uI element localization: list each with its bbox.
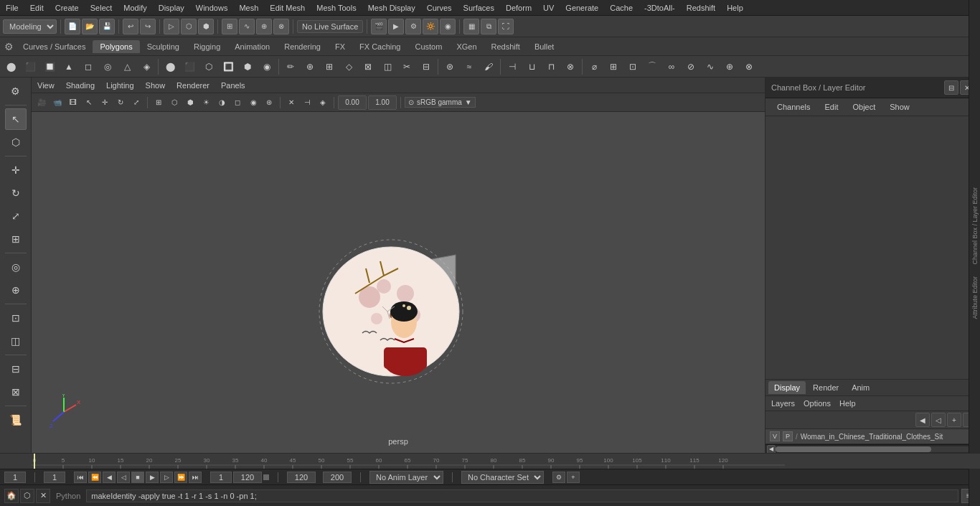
mode-gear-icon[interactable]: ⚙ — [1, 39, 16, 54]
menu-mesh-tools[interactable]: Mesh Tools — [311, 2, 362, 14]
sculpt-btn[interactable]: 🖌 — [479, 57, 498, 76]
layer-row[interactable]: V P / Woman_in_Chinese_Traditional_Cloth… — [765, 429, 980, 444]
cb-settings-btn[interactable]: ⊟ — [944, 80, 958, 95]
paint-select-btn[interactable]: ⬢ — [198, 19, 214, 34]
connect-btn[interactable]: ⊟ — [417, 57, 435, 76]
tab-fx[interactable]: FX — [328, 40, 352, 53]
le-expand-btn[interactable]: ◀ — [915, 413, 930, 427]
range-end-input[interactable] — [233, 472, 262, 483]
menu-3dtotoall[interactable]: -3DtoAll- — [639, 2, 681, 14]
vp-menu-lighting[interactable]: Lighting — [103, 80, 137, 91]
bool-inter-btn[interactable]: ⊗ — [561, 57, 580, 76]
node-editor-icon[interactable]: ⬡ — [20, 489, 34, 503]
snap-point-btn[interactable]: ⊕ — [256, 19, 272, 34]
vp-sel-btn[interactable]: ↖ — [82, 95, 96, 110]
render-btn[interactable]: 🎬 — [371, 19, 387, 34]
universal-tool-btn[interactable]: ⊞ — [5, 228, 27, 250]
menu-windows[interactable]: Windows — [190, 2, 234, 14]
vp-cam2-btn[interactable]: 📹 — [50, 95, 65, 110]
menu-file[interactable]: File — [0, 2, 24, 14]
prev-frame-btn[interactable]: ⏪ — [88, 472, 101, 483]
menu-modify[interactable]: Modify — [118, 2, 152, 14]
prism-icon-btn[interactable]: △ — [118, 57, 136, 76]
lasso-btn[interactable]: ⬡ — [181, 19, 197, 34]
lattice-btn[interactable]: ⊞ — [604, 57, 623, 76]
menu-redshift[interactable]: Redshift — [681, 2, 721, 14]
skin2-btn[interactable]: ⊗ — [740, 57, 758, 76]
vp-sym-btn[interactable]: ⊣ — [300, 95, 314, 110]
save-scene-btn[interactable]: 💾 — [99, 19, 115, 34]
vp-move-btn[interactable]: ✛ — [98, 95, 112, 110]
vp-xray-btn[interactable]: ✕ — [284, 95, 298, 110]
select-mode-btn[interactable]: ▷ — [164, 19, 179, 34]
fullscreen-btn[interactable]: ⛶ — [498, 19, 514, 34]
menu-display[interactable]: Display — [153, 2, 190, 14]
vp-aa-btn[interactable]: ⊛ — [262, 95, 276, 110]
wedge-btn[interactable]: ◫ — [378, 57, 397, 76]
snap-to-grid-btn[interactable]: ⊟ — [5, 358, 27, 380]
move-tool-btn[interactable]: ✛ — [5, 159, 27, 181]
le-menu-options[interactable]: Options — [801, 398, 834, 409]
vp-grid-btn[interactable]: ⊞ — [151, 95, 166, 110]
wrap-btn[interactable]: ⊡ — [623, 57, 642, 76]
subdiv-cyl-btn[interactable]: 🔳 — [219, 57, 237, 76]
viewport-canvas[interactable]: X Y Z persp — [32, 112, 765, 453]
subdiv-plane-btn[interactable]: ⬡ — [199, 57, 218, 76]
cb-tab-object[interactable]: Object — [847, 101, 881, 113]
le-tab-render[interactable]: Render — [807, 381, 844, 394]
translate-x-input[interactable] — [338, 95, 367, 110]
render-seq-btn[interactable]: 🔆 — [423, 19, 438, 34]
range-handle[interactable] — [263, 474, 269, 480]
workspace-btn[interactable]: ▦ — [463, 19, 479, 34]
menu-generate[interactable]: Generate — [560, 2, 604, 14]
stop-btn[interactable]: ■ — [131, 472, 144, 483]
multi-cut-btn[interactable]: ✂ — [397, 57, 416, 76]
mirror-btn[interactable]: ⊣ — [503, 57, 522, 76]
translate-y-input[interactable] — [368, 95, 397, 110]
vp-smooth-btn[interactable]: ⬢ — [183, 95, 197, 110]
select-tool-btn[interactable]: ↖ — [5, 108, 27, 130]
menu-surfaces[interactable]: Surfaces — [458, 2, 500, 14]
show-manip-btn[interactable]: ⊕ — [5, 279, 27, 301]
le-menu-layers[interactable]: Layers — [768, 398, 798, 409]
vp-tex-btn[interactable]: ◻ — [230, 95, 245, 110]
menu-select[interactable]: Select — [85, 2, 118, 14]
scroll-thumb[interactable] — [776, 446, 931, 452]
tab-bullet[interactable]: Bullet — [527, 40, 562, 53]
redo-btn[interactable]: ↪ — [140, 19, 156, 34]
scroll-left-btn[interactable]: ◀ — [767, 445, 776, 454]
soft-deform-btn[interactable]: ⌀ — [585, 57, 603, 76]
jump-end-btn[interactable]: ⏭ — [189, 472, 202, 483]
le-tab-display[interactable]: Display — [768, 381, 806, 394]
sphere-icon-btn[interactable]: ⬤ — [1, 57, 20, 76]
snap-curve-btn[interactable]: ∿ — [239, 19, 255, 34]
cb-tab-show[interactable]: Show — [884, 101, 915, 113]
play-fwd-btn[interactable]: ▶ — [146, 472, 159, 483]
lasso-tool-btn[interactable]: ⬡ — [5, 131, 27, 153]
tab-animation[interactable]: Animation — [227, 40, 277, 53]
skin-btn[interactable]: ⊕ — [720, 57, 739, 76]
vp-iso-btn[interactable]: ◈ — [316, 95, 330, 110]
scene-icon[interactable]: 🏠 — [4, 489, 19, 503]
tab-polygons[interactable]: Polygons — [93, 40, 139, 53]
open-scene-btn[interactable]: 📂 — [82, 19, 98, 34]
poly-tool-btn[interactable]: ✏ — [281, 57, 300, 76]
marking-btn[interactable]: ◫ — [5, 330, 27, 352]
scale-tool-btn[interactable]: ⤢ — [5, 205, 27, 227]
bool-union-btn[interactable]: ⊔ — [522, 57, 541, 76]
tab-xgen[interactable]: XGen — [449, 40, 484, 53]
anim-layer-selector[interactable]: No Anim Layer — [369, 471, 443, 484]
live-surface-label[interactable]: No Live Surface — [297, 20, 363, 33]
scroll-track[interactable] — [776, 446, 970, 452]
script-editor-btn[interactable]: 📜 — [5, 409, 27, 431]
vp-menu-renderer[interactable]: Renderer — [174, 80, 212, 91]
prefs-btn[interactable]: ⚙ — [5, 80, 27, 102]
torus-icon-btn[interactable]: ◎ — [98, 57, 117, 76]
vp-rot-btn[interactable]: ↻ — [113, 95, 128, 110]
vp-menu-view[interactable]: View — [34, 80, 57, 91]
rs-btn2[interactable]: ◉ — [440, 19, 456, 34]
menu-mesh-display[interactable]: Mesh Display — [362, 2, 421, 14]
snap-grid-btn[interactable]: ⊞ — [222, 19, 237, 34]
soft-sel-btn[interactable]: ◎ — [5, 256, 27, 278]
plane-icon-btn[interactable]: ◻ — [79, 57, 98, 76]
